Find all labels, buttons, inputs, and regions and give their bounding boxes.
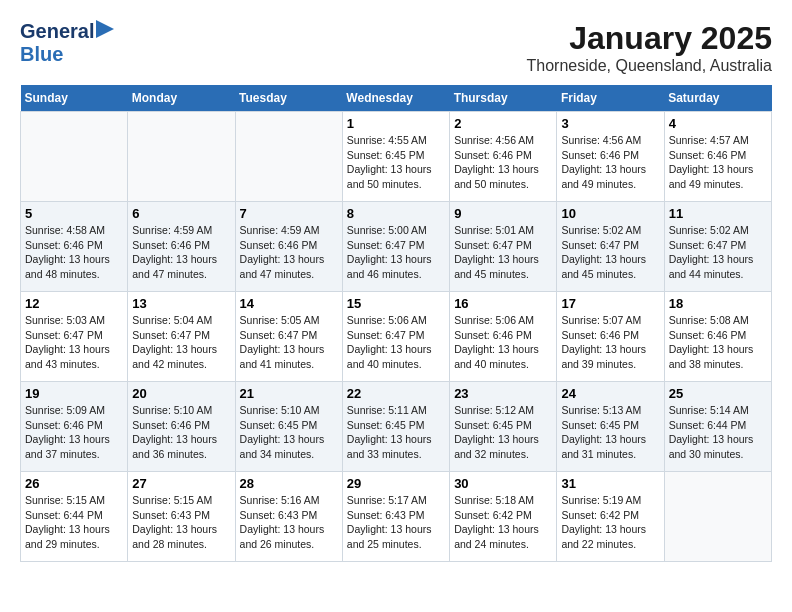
calendar-cell: 22Sunrise: 5:11 AM Sunset: 6:45 PM Dayli… [342,382,449,472]
day-header-friday: Friday [557,85,664,112]
calendar-cell: 25Sunrise: 5:14 AM Sunset: 6:44 PM Dayli… [664,382,771,472]
day-number: 2 [454,116,552,131]
calendar-cell: 30Sunrise: 5:18 AM Sunset: 6:42 PM Dayli… [450,472,557,562]
day-number: 22 [347,386,445,401]
day-info: Sunrise: 5:06 AM Sunset: 6:46 PM Dayligh… [454,314,539,370]
calendar-table: SundayMondayTuesdayWednesdayThursdayFrid… [20,85,772,562]
day-info: Sunrise: 5:13 AM Sunset: 6:45 PM Dayligh… [561,404,646,460]
day-number: 9 [454,206,552,221]
calendar-title: January 2025 [527,20,772,57]
calendar-cell: 2Sunrise: 4:56 AM Sunset: 6:46 PM Daylig… [450,112,557,202]
day-header-sunday: Sunday [21,85,128,112]
logo: General Blue [20,20,114,66]
calendar-cell: 28Sunrise: 5:16 AM Sunset: 6:43 PM Dayli… [235,472,342,562]
logo-blue-text: Blue [20,43,63,65]
title-block: January 2025 Thorneside, Queensland, Aus… [527,20,772,75]
day-number: 5 [25,206,123,221]
day-info: Sunrise: 5:01 AM Sunset: 6:47 PM Dayligh… [454,224,539,280]
day-number: 24 [561,386,659,401]
day-info: Sunrise: 5:03 AM Sunset: 6:47 PM Dayligh… [25,314,110,370]
day-info: Sunrise: 4:59 AM Sunset: 6:46 PM Dayligh… [240,224,325,280]
calendar-cell: 14Sunrise: 5:05 AM Sunset: 6:47 PM Dayli… [235,292,342,382]
logo-flag-icon [96,20,114,38]
calendar-cell: 20Sunrise: 5:10 AM Sunset: 6:46 PM Dayli… [128,382,235,472]
calendar-cell: 3Sunrise: 4:56 AM Sunset: 6:46 PM Daylig… [557,112,664,202]
day-info: Sunrise: 5:17 AM Sunset: 6:43 PM Dayligh… [347,494,432,550]
calendar-cell: 8Sunrise: 5:00 AM Sunset: 6:47 PM Daylig… [342,202,449,292]
calendar-cell: 29Sunrise: 5:17 AM Sunset: 6:43 PM Dayli… [342,472,449,562]
day-info: Sunrise: 4:59 AM Sunset: 6:46 PM Dayligh… [132,224,217,280]
day-number: 12 [25,296,123,311]
day-number: 18 [669,296,767,311]
day-number: 21 [240,386,338,401]
calendar-cell: 16Sunrise: 5:06 AM Sunset: 6:46 PM Dayli… [450,292,557,382]
day-number: 27 [132,476,230,491]
day-info: Sunrise: 4:56 AM Sunset: 6:46 PM Dayligh… [561,134,646,190]
day-number: 26 [25,476,123,491]
day-header-monday: Monday [128,85,235,112]
day-number: 3 [561,116,659,131]
calendar-cell: 5Sunrise: 4:58 AM Sunset: 6:46 PM Daylig… [21,202,128,292]
day-info: Sunrise: 5:14 AM Sunset: 6:44 PM Dayligh… [669,404,754,460]
day-number: 30 [454,476,552,491]
week-row-5: 26Sunrise: 5:15 AM Sunset: 6:44 PM Dayli… [21,472,772,562]
day-header-tuesday: Tuesday [235,85,342,112]
day-number: 25 [669,386,767,401]
page-header: General Blue January 2025 Thorneside, Qu… [20,20,772,75]
day-info: Sunrise: 4:56 AM Sunset: 6:46 PM Dayligh… [454,134,539,190]
calendar-cell [128,112,235,202]
calendar-cell: 26Sunrise: 5:15 AM Sunset: 6:44 PM Dayli… [21,472,128,562]
day-info: Sunrise: 5:18 AM Sunset: 6:42 PM Dayligh… [454,494,539,550]
day-info: Sunrise: 5:16 AM Sunset: 6:43 PM Dayligh… [240,494,325,550]
day-info: Sunrise: 5:15 AM Sunset: 6:43 PM Dayligh… [132,494,217,550]
day-info: Sunrise: 4:57 AM Sunset: 6:46 PM Dayligh… [669,134,754,190]
week-row-4: 19Sunrise: 5:09 AM Sunset: 6:46 PM Dayli… [21,382,772,472]
calendar-cell: 31Sunrise: 5:19 AM Sunset: 6:42 PM Dayli… [557,472,664,562]
svg-marker-0 [96,20,114,38]
calendar-cell: 24Sunrise: 5:13 AM Sunset: 6:45 PM Dayli… [557,382,664,472]
day-number: 13 [132,296,230,311]
day-header-thursday: Thursday [450,85,557,112]
day-number: 20 [132,386,230,401]
calendar-cell: 27Sunrise: 5:15 AM Sunset: 6:43 PM Dayli… [128,472,235,562]
day-info: Sunrise: 5:02 AM Sunset: 6:47 PM Dayligh… [561,224,646,280]
day-number: 6 [132,206,230,221]
day-info: Sunrise: 5:07 AM Sunset: 6:46 PM Dayligh… [561,314,646,370]
calendar-cell: 9Sunrise: 5:01 AM Sunset: 6:47 PM Daylig… [450,202,557,292]
day-info: Sunrise: 5:12 AM Sunset: 6:45 PM Dayligh… [454,404,539,460]
day-info: Sunrise: 5:10 AM Sunset: 6:46 PM Dayligh… [132,404,217,460]
days-header-row: SundayMondayTuesdayWednesdayThursdayFrid… [21,85,772,112]
week-row-3: 12Sunrise: 5:03 AM Sunset: 6:47 PM Dayli… [21,292,772,382]
week-row-2: 5Sunrise: 4:58 AM Sunset: 6:46 PM Daylig… [21,202,772,292]
day-number: 7 [240,206,338,221]
calendar-cell: 11Sunrise: 5:02 AM Sunset: 6:47 PM Dayli… [664,202,771,292]
day-info: Sunrise: 5:05 AM Sunset: 6:47 PM Dayligh… [240,314,325,370]
day-info: Sunrise: 5:06 AM Sunset: 6:47 PM Dayligh… [347,314,432,370]
week-row-1: 1Sunrise: 4:55 AM Sunset: 6:45 PM Daylig… [21,112,772,202]
calendar-cell: 10Sunrise: 5:02 AM Sunset: 6:47 PM Dayli… [557,202,664,292]
day-number: 31 [561,476,659,491]
calendar-cell: 7Sunrise: 4:59 AM Sunset: 6:46 PM Daylig… [235,202,342,292]
calendar-cell: 12Sunrise: 5:03 AM Sunset: 6:47 PM Dayli… [21,292,128,382]
day-info: Sunrise: 5:09 AM Sunset: 6:46 PM Dayligh… [25,404,110,460]
day-info: Sunrise: 5:19 AM Sunset: 6:42 PM Dayligh… [561,494,646,550]
calendar-cell: 19Sunrise: 5:09 AM Sunset: 6:46 PM Dayli… [21,382,128,472]
day-info: Sunrise: 5:15 AM Sunset: 6:44 PM Dayligh… [25,494,110,550]
day-header-saturday: Saturday [664,85,771,112]
day-info: Sunrise: 4:55 AM Sunset: 6:45 PM Dayligh… [347,134,432,190]
logo-general-text: General [20,20,94,43]
calendar-cell: 23Sunrise: 5:12 AM Sunset: 6:45 PM Dayli… [450,382,557,472]
day-number: 1 [347,116,445,131]
calendar-cell: 21Sunrise: 5:10 AM Sunset: 6:45 PM Dayli… [235,382,342,472]
calendar-cell [664,472,771,562]
day-number: 16 [454,296,552,311]
day-info: Sunrise: 5:08 AM Sunset: 6:46 PM Dayligh… [669,314,754,370]
day-number: 8 [347,206,445,221]
calendar-subtitle: Thorneside, Queensland, Australia [527,57,772,75]
calendar-cell: 1Sunrise: 4:55 AM Sunset: 6:45 PM Daylig… [342,112,449,202]
day-number: 14 [240,296,338,311]
day-number: 29 [347,476,445,491]
day-info: Sunrise: 4:58 AM Sunset: 6:46 PM Dayligh… [25,224,110,280]
day-info: Sunrise: 5:04 AM Sunset: 6:47 PM Dayligh… [132,314,217,370]
calendar-cell: 15Sunrise: 5:06 AM Sunset: 6:47 PM Dayli… [342,292,449,382]
